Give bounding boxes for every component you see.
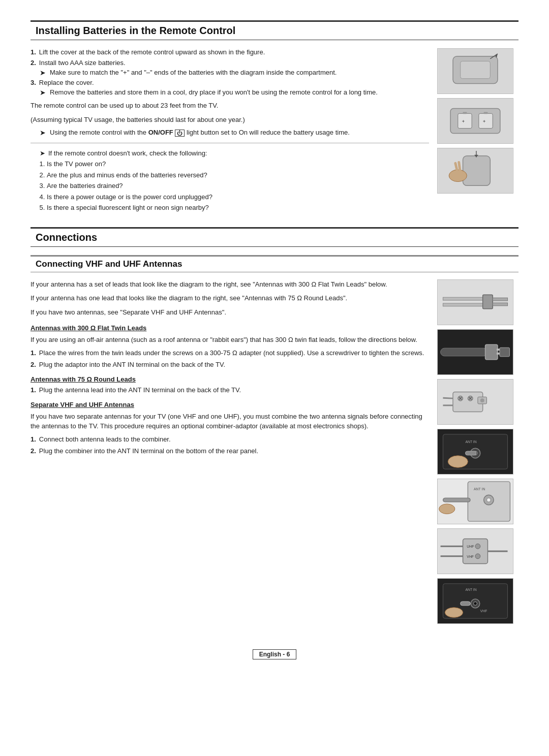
battery-arrow-3: ➤ Using the remote control with the ON/O…	[40, 129, 429, 137]
separate-step-2: 2. Plug the combiner into the ANT IN ter…	[30, 447, 429, 455]
svg-rect-74	[461, 601, 471, 605]
page-footer-container: English - 6	[30, 634, 518, 659]
vhf-uhf-title: Connecting VHF and UHF Antennas	[36, 259, 513, 269]
battery-step-1: 1. Lift the cover at the back of the rem…	[30, 48, 429, 56]
batteries-title: Installing Batteries in the Remote Contr…	[36, 25, 513, 37]
svg-rect-7	[458, 113, 472, 128]
svg-line-16	[455, 163, 457, 170]
round-leads-plugin-image: ANT IN	[437, 479, 513, 524]
round-leads-step-1: 1. Plug the antenna lead into the ANT IN…	[30, 386, 429, 394]
troubleshoot-block: ➤ If the remote control doesn't work, ch…	[40, 149, 429, 213]
ant-in-image-1: ANT IN	[437, 429, 513, 475]
battery-note-2: (Assuming typical TV usage, the batterie…	[30, 115, 429, 125]
svg-rect-14	[463, 156, 491, 186]
troubleshoot-item-1: Is the TV power on?	[47, 159, 429, 169]
flat-twin-step-2-text: Plug the adaptor into the ANT IN termina…	[39, 361, 225, 368]
troubleshoot-arrow-text: If the remote control doesn't work, chec…	[48, 149, 207, 157]
batteries-content: 1. Lift the cover at the back of the rem…	[30, 48, 518, 217]
round-leads-image-1	[437, 329, 513, 375]
svg-text:ANT IN: ANT IN	[465, 588, 476, 591]
batteries-text-col: 1. Lift the cover at the back of the rem…	[30, 48, 429, 217]
vhf-uhf-header: Connecting VHF and UHF Antennas	[30, 255, 518, 272]
step-2-number: 2.	[30, 59, 36, 67]
svg-rect-11	[484, 112, 488, 114]
svg-text:VHF: VHF	[467, 554, 474, 558]
page-content: Installing Batteries in the Remote Contr…	[30, 20, 518, 659]
svg-point-57	[439, 503, 455, 514]
svg-text:UHF: UHF	[467, 545, 474, 548]
svg-rect-10	[479, 113, 493, 128]
battery-image-1	[437, 48, 513, 94]
svg-rect-50	[465, 451, 476, 455]
step-1-text: Lift the cover at the back of the remote…	[39, 48, 265, 56]
flat-twin-intro: If you are using an off-air antenna (suc…	[30, 335, 429, 345]
svg-rect-23	[483, 295, 493, 308]
battery-step-3: 3. Replace the cover.	[30, 79, 429, 86]
flat-twin-heading: Antennas with 300 Ω Flat Twin Leads	[30, 324, 429, 332]
batteries-section: Installing Batteries in the Remote Contr…	[30, 20, 518, 217]
svg-rect-20	[438, 280, 513, 325]
battery-arrow-2: ➤ Remove the batteries and store them in…	[40, 88, 429, 97]
svg-text:VHF: VHF	[480, 609, 487, 613]
battery-arrow-2-text: Remove the batteries and store them in a…	[50, 88, 378, 96]
svg-point-63	[475, 553, 480, 558]
svg-rect-27	[441, 348, 488, 356]
batteries-images: + +	[437, 48, 518, 217]
vhf-uhf-section: Connecting VHF and UHF Antennas If your …	[30, 255, 518, 624]
onoff-label: ON/OFF	[148, 129, 173, 136]
flat-twin-step-2: 2. Plug the adaptor into the ANT IN term…	[30, 361, 429, 368]
battery-arrow-3-text: Using the remote control with the ON/OFF…	[50, 129, 350, 137]
vhf-para-3: If you have two antennas, see "Separate …	[30, 307, 429, 318]
svg-point-55	[486, 498, 491, 502]
onoff-badge: ⏻	[175, 130, 185, 137]
connections-section: Connections Connecting VHF and UHF Anten…	[30, 227, 518, 624]
svg-point-41	[480, 398, 484, 402]
svg-rect-28	[485, 344, 498, 359]
separate-intro: If you have two separate antennas for yo…	[30, 412, 429, 431]
combiner-image-1: UHF VHF	[437, 528, 513, 574]
separate-step-1-text: Connect both antenna leads to the combin…	[39, 435, 171, 443]
svg-rect-59	[463, 539, 488, 563]
divider-1	[30, 143, 429, 143]
step-3-text: Replace the cover.	[39, 79, 94, 86]
flat-twin-image-1	[437, 279, 513, 325]
svg-rect-31	[500, 348, 510, 357]
battery-image-3	[437, 148, 513, 194]
svg-text:ANT IN: ANT IN	[465, 440, 476, 444]
battery-arrow-1: ➤ Make sure to match the "+" and "–" end…	[40, 69, 429, 77]
svg-point-15	[449, 170, 467, 181]
battery-note-1: The remote control can be used up to abo…	[30, 101, 429, 111]
flat-twin-step-1: 1. Place the wires from the twin leads u…	[30, 349, 429, 357]
battery-image-2: + +	[437, 98, 513, 144]
batteries-section-header: Installing Batteries in the Remote Contr…	[30, 20, 518, 40]
step-2-text: Install two AAA size batteries.	[39, 59, 126, 67]
svg-point-73	[445, 607, 463, 617]
svg-rect-22	[443, 303, 482, 306]
battery-arrow-1-text: Make sure to match the "+" and "–" ends …	[50, 69, 337, 76]
vhf-para-2: If your antenna has one lead that looks …	[30, 293, 429, 303]
svg-rect-24	[493, 298, 507, 301]
vhf-para-1: If your antenna has a set of leads that …	[30, 279, 429, 290]
vhf-uhf-text: If your antenna has a set of leads that …	[30, 279, 429, 624]
step-1-number: 1.	[30, 48, 36, 56]
svg-line-17	[459, 162, 460, 170]
round-leads-heading: Antennas with 75 Ω Round Leads	[30, 375, 429, 383]
connections-images: ANT IN	[437, 279, 518, 624]
separate-step-1: 1. Connect both antenna leads to the com…	[30, 435, 429, 443]
battery-step-2: 2. Install two AAA size batteries.	[30, 59, 429, 67]
combiner-plugin-image: ANT IN VHF	[437, 578, 513, 624]
svg-point-49	[448, 455, 468, 467]
svg-point-61	[475, 544, 480, 549]
arrow-icon-1: ➤	[40, 69, 47, 77]
troubleshoot-item-2: Are the plus and minus ends of the batte…	[47, 170, 429, 180]
troubleshoot-arrow-row: ➤ If the remote control doesn't work, ch…	[40, 149, 429, 157]
svg-text:ANT IN: ANT IN	[474, 487, 485, 490]
svg-rect-2	[461, 61, 491, 78]
svg-rect-21	[443, 297, 482, 300]
connections-section-header: Connections	[30, 227, 518, 247]
arrow-icon-3: ➤	[40, 129, 47, 137]
step-3-number: 3.	[30, 79, 36, 86]
adapter-image	[437, 379, 513, 425]
svg-rect-8	[463, 112, 467, 114]
round-leads-step-1-text: Plug the antenna lead into the ANT IN te…	[39, 386, 241, 394]
